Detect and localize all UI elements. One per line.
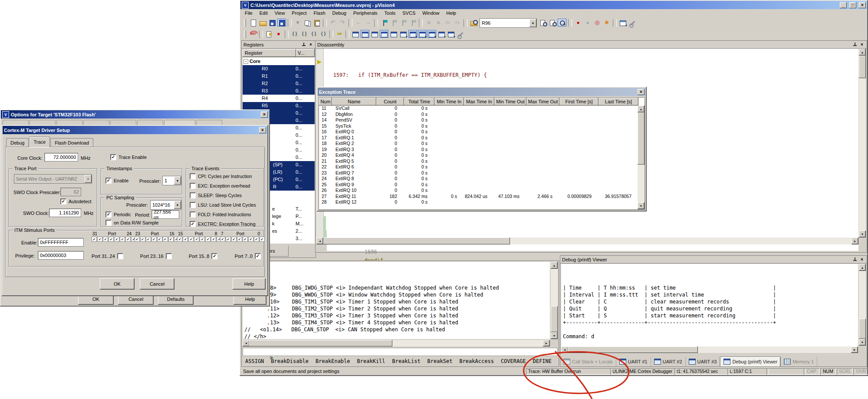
itm-port-checkbox[interactable]: ✓ [248, 237, 253, 242]
dialog-tab[interactable]: Trace [29, 136, 50, 147]
close-icon[interactable]: × [859, 257, 865, 262]
pin-icon[interactable] [301, 42, 307, 47]
scroll-right-icon[interactable]: ► [543, 340, 550, 346]
register-row[interactable]: R0 0... [243, 65, 315, 73]
scrollbar-thumb[interactable] [568, 346, 698, 353]
scroll-left-icon[interactable]: ◄ [316, 237, 323, 244]
chevron-down-icon[interactable]: ▼ [174, 177, 181, 185]
symbol-window-icon[interactable] [370, 30, 379, 38]
table-row[interactable]: 12DbgMon00 s [319, 112, 644, 118]
register-row[interactable]: R5 0... [243, 102, 315, 109]
scroll-up-icon[interactable]: ▲ [859, 49, 866, 56]
checkbox-box[interactable] [117, 253, 123, 259]
itm-port-checkbox[interactable]: ✓ [97, 237, 102, 242]
itm-port-checkbox[interactable]: ✓ [146, 237, 151, 242]
trace-event-checkbox[interactable]: LSU: Load Store Unit Cycles [190, 202, 262, 208]
watch-window-icon[interactable] [399, 30, 408, 38]
bookmark-clear-icon[interactable] [408, 19, 417, 26]
command-keyword[interactable]: BreakEnable [316, 358, 350, 364]
minimize-button[interactable]: _ [840, 2, 847, 8]
options-dialog-title-bar[interactable]: V Options for Target 'STM32F103 Flash' × [1, 110, 269, 119]
separator[interactable] [259, 30, 263, 38]
tab-memory-1[interactable]: Memory 1 [781, 357, 817, 366]
itm-port-checkbox[interactable]: ✓ [103, 237, 108, 242]
checkbox-box[interactable]: ✓ [105, 211, 112, 218]
checkbox-box[interactable]: ✓ [105, 178, 112, 184]
menu-item[interactable]: Window [419, 10, 443, 16]
table-row[interactable]: 15SysTick00 s [319, 123, 644, 129]
chevron-down-icon[interactable]: ▼ [174, 201, 181, 209]
menu-item[interactable]: Flash [310, 10, 329, 16]
itm-port-checkbox[interactable]: ✓ [194, 237, 199, 242]
itm-port-checkbox[interactable]: ✓ [120, 237, 125, 242]
column-header[interactable]: Last Time [s] [598, 98, 638, 106]
separator[interactable] [285, 30, 289, 38]
separator[interactable] [288, 19, 292, 27]
scroll-down-icon[interactable]: ▼ [551, 332, 558, 339]
itm-port-checkbox[interactable]: ✓ [243, 237, 248, 242]
scrollbar-thumb[interactable] [323, 237, 510, 244]
bookmark-next-icon[interactable] [399, 19, 408, 26]
itm-port-checkbox[interactable]: ✓ [135, 237, 140, 242]
debug-toolbox-icon[interactable] [456, 30, 465, 38]
show-current-statement-icon[interactable] [335, 30, 344, 38]
redo-icon[interactable] [338, 19, 347, 26]
itm-privilege-range-checkbox[interactable]: ✓ Port 15..8 [189, 253, 218, 259]
trace-event-checkbox[interactable]: CPI: Cycles per Instruction [190, 173, 262, 179]
menu-item[interactable]: Edit [256, 10, 271, 16]
swo-clock-input[interactable]: 1.161290 [49, 208, 81, 217]
incremental-find-icon[interactable] [558, 19, 566, 26]
table-row[interactable]: 24ExtIRQ 800 s [319, 176, 644, 182]
scroll-up-icon[interactable]: ▲ [638, 106, 644, 112]
close-button[interactable]: × [261, 112, 268, 118]
itm-port-checkbox[interactable]: ✓ [254, 237, 259, 242]
command-keyword[interactable]: BreakAccess [459, 358, 493, 364]
driver-dialog-title-bar[interactable]: Cortex-M Target Driver Setup × [3, 126, 267, 134]
close-button[interactable]: × [859, 2, 866, 8]
table-row[interactable]: 21ExtIRQ 500 s [319, 158, 644, 165]
open-file-icon[interactable] [258, 19, 267, 26]
dialog-tab[interactable]: Debug [6, 138, 29, 147]
tab-uart-3[interactable]: UART #3 [686, 357, 720, 366]
table-row[interactable]: 25ExtIRQ 900 s [319, 182, 644, 188]
dialog-tab[interactable]: Flash Download [50, 138, 93, 147]
step-out-icon[interactable] [309, 30, 318, 38]
itm-port-checkbox[interactable]: ✓ [205, 237, 210, 242]
scroll-down-icon[interactable]: ▼ [638, 202, 644, 209]
command-window-icon[interactable] [351, 30, 360, 38]
tab-uart-1[interactable]: UART #1 [616, 357, 651, 366]
scroll-left-icon[interactable]: ◄ [561, 346, 568, 353]
scrollbar-thumb[interactable] [638, 112, 644, 165]
analysis-windows-icon[interactable] [427, 30, 436, 38]
menu-item[interactable]: Peripherals [350, 10, 381, 16]
find-next-icon[interactable] [548, 19, 557, 26]
column-register[interactable]: Register [243, 49, 296, 57]
command-vscrollbar[interactable]: ▲ ▼ [551, 262, 558, 339]
column-header[interactable]: Num [319, 98, 332, 106]
trace-enable-checkbox[interactable]: ✓ Trace Enable [110, 154, 147, 160]
call-stack-window-icon[interactable] [389, 30, 398, 38]
trace-event-checkbox[interactable]: ✓ EXCTRC: Exception Tracing [190, 221, 262, 227]
column-header[interactable]: Name [332, 98, 376, 106]
column-header[interactable]: Total Time [404, 98, 434, 106]
table-row[interactable]: 22ExtIRQ 600 s [319, 164, 644, 170]
scroll-right-icon[interactable]: ► [851, 346, 858, 353]
chevron-down-icon[interactable]: ▼ [85, 175, 92, 183]
itm-port-checkbox[interactable]: ✓ [140, 237, 145, 242]
itm-port-checkbox[interactable]: ✓ [183, 237, 188, 242]
memory-window-icon[interactable] [408, 30, 417, 38]
tab-uart-2[interactable]: UART #2 [651, 357, 686, 366]
column-header[interactable]: Max Time In [464, 98, 494, 106]
bookmark-prev-icon[interactable] [389, 19, 398, 26]
table-row[interactable]: 20ExtIRQ 400 s [319, 152, 644, 158]
command-keyword[interactable]: BreakList [392, 358, 421, 364]
exception-trace-title-bar[interactable]: Exception Trace × [318, 88, 646, 96]
outdent-icon[interactable] [424, 19, 433, 26]
itm-port-checkbox[interactable]: ✓ [157, 237, 162, 242]
scrollbar-thumb[interactable] [249, 340, 392, 346]
navigate-forward-icon[interactable] [364, 19, 372, 26]
step-into-icon[interactable] [290, 30, 299, 38]
menu-item[interactable]: Help [443, 10, 460, 16]
column-value[interactable]: V... [296, 49, 315, 57]
column-header[interactable]: First Time [s] [559, 98, 598, 106]
